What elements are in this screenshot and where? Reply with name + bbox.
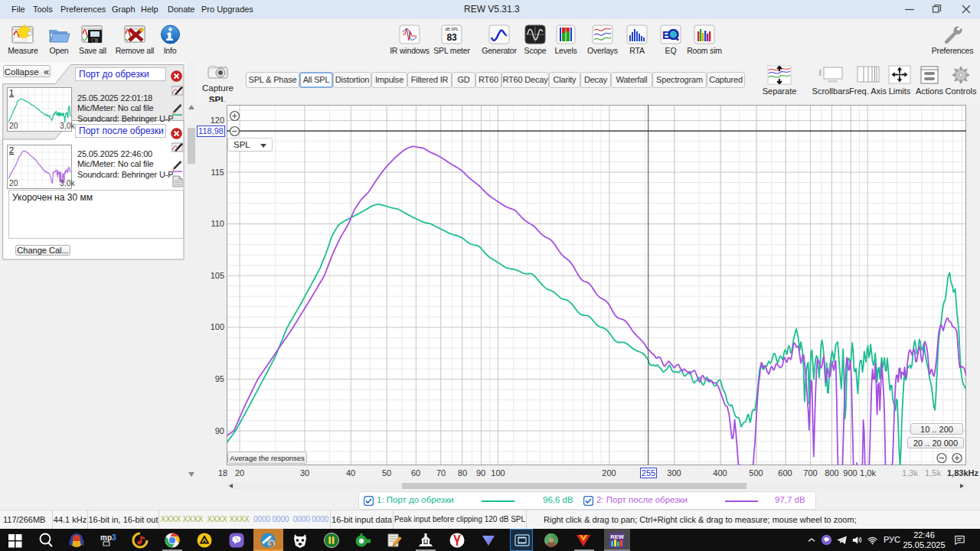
svg-text:3: 3: [270, 540, 273, 548]
svg-text:83: 83: [447, 32, 457, 43]
svg-text:mp3: mp3: [100, 533, 116, 542]
svg-text:dB SPL: dB SPL: [445, 27, 459, 31]
svg-text:REW: REW: [610, 533, 624, 540]
